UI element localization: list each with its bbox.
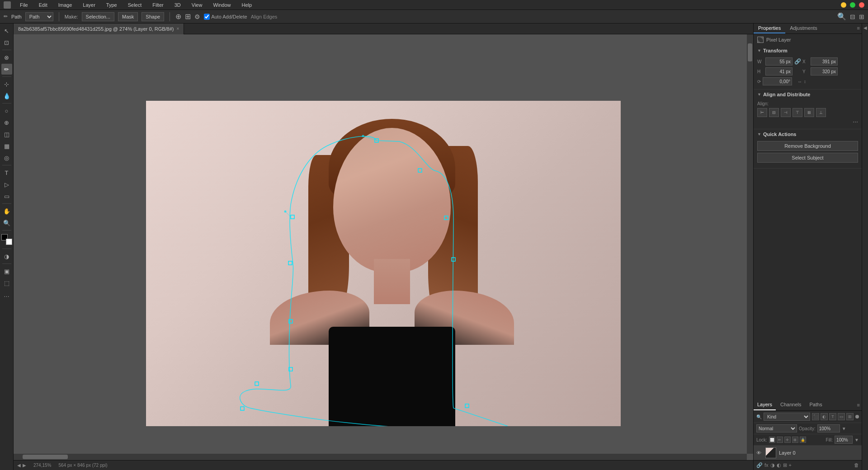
- new-group-icon[interactable]: ⊞: [783, 462, 787, 468]
- y-input[interactable]: [811, 67, 838, 75]
- next-nav[interactable]: ▶: [23, 463, 26, 468]
- close-button[interactable]: [859, 2, 864, 8]
- collapse-toggle[interactable]: ◀: [863, 25, 868, 30]
- brush-tool[interactable]: ○: [1, 105, 12, 116]
- path-dropdown[interactable]: Path Shape Pixels: [25, 12, 53, 21]
- auto-add-delete-label[interactable]: Auto Add/Delete: [204, 12, 247, 21]
- menu-select[interactable]: Select: [126, 1, 144, 9]
- layer-item[interactable]: 👁 Layer 0: [754, 446, 862, 460]
- align-left[interactable]: ⊢: [757, 108, 767, 117]
- text-tool[interactable]: T: [1, 167, 12, 178]
- minimize-button[interactable]: [841, 2, 846, 8]
- settings-icon[interactable]: ⚙: [194, 13, 200, 20]
- path-select-tool[interactable]: ▷: [1, 179, 12, 190]
- x-input[interactable]: [811, 57, 838, 66]
- eraser-tool[interactable]: ◫: [1, 129, 12, 140]
- menu-edit[interactable]: Edit: [37, 1, 49, 9]
- align-right[interactable]: ⊣: [781, 108, 791, 117]
- layer-style-icon[interactable]: fx: [764, 462, 769, 468]
- filter-toggle-dot[interactable]: [855, 415, 859, 418]
- menu-file[interactable]: File: [18, 1, 30, 9]
- filter-shape-icon[interactable]: ▭: [838, 413, 845, 420]
- eyedropper-tool[interactable]: 💧: [1, 90, 12, 101]
- move-tool[interactable]: ↖: [1, 25, 12, 36]
- layer-visibility-icon[interactable]: 👁: [756, 450, 763, 456]
- path-ops-icon[interactable]: ⊕: [175, 12, 181, 21]
- v-scroll-thumb[interactable]: [748, 43, 752, 61]
- tab-close-button[interactable]: ×: [177, 26, 179, 31]
- layers-tab[interactable]: Layers: [754, 400, 776, 410]
- hand-tool[interactable]: ✋: [1, 206, 12, 216]
- menu-filter[interactable]: Filter: [151, 1, 165, 9]
- tab-properties[interactable]: Properties: [754, 24, 785, 33]
- color-picker[interactable]: [1, 234, 12, 245]
- lock-pixels-icon[interactable]: ✏: [777, 437, 783, 443]
- remove-background-button[interactable]: Remove Background: [757, 141, 858, 151]
- opacity-arrow[interactable]: ▼: [842, 426, 846, 431]
- paths-tab[interactable]: Paths: [806, 400, 826, 410]
- select-subject-button[interactable]: Select Subject: [757, 153, 858, 163]
- panel-options-icon[interactable]: ≡: [855, 24, 862, 33]
- lock-artboard-icon[interactable]: ⊞: [792, 437, 798, 443]
- filter-type-select[interactable]: Kind: [764, 413, 810, 421]
- crop-tool[interactable]: ⊹: [1, 79, 12, 89]
- clone-tool[interactable]: ⊕: [1, 117, 12, 128]
- align-distribute-header[interactable]: ▼ Align and Distribute: [754, 89, 862, 99]
- screen-mode-tool[interactable]: ▣: [1, 266, 12, 277]
- lock-position-icon[interactable]: ✛: [784, 437, 791, 443]
- artboard-tool[interactable]: ⊡: [1, 37, 12, 48]
- h-scroll-thumb[interactable]: [23, 455, 68, 459]
- selection-button[interactable]: Selection...: [82, 12, 114, 21]
- flip-h-icon[interactable]: ↔: [797, 79, 802, 84]
- mask-button[interactable]: Mask: [118, 12, 138, 21]
- blend-mode-select[interactable]: Normal: [756, 424, 797, 432]
- canvas-viewport[interactable]: [14, 34, 753, 460]
- align-more-icon[interactable]: ⋯: [757, 119, 858, 125]
- filter-pixel-icon[interactable]: ⬛: [812, 413, 819, 420]
- quick-actions-header[interactable]: ▼ Quick Actions: [754, 129, 862, 139]
- lock-transparent-icon[interactable]: ⬜: [769, 437, 775, 443]
- horizontal-scrollbar[interactable]: [14, 454, 747, 460]
- flip-v-icon[interactable]: ↕: [804, 79, 806, 84]
- background-color[interactable]: [6, 239, 12, 245]
- menu-image[interactable]: Image: [57, 1, 74, 9]
- shape-button[interactable]: Shape: [142, 12, 164, 21]
- vertical-scrollbar[interactable]: [747, 34, 753, 454]
- arrange-icon[interactable]: ⊟: [850, 13, 855, 20]
- zoom-tool[interactable]: 🔍: [1, 217, 12, 228]
- search-icon[interactable]: 🔍: [837, 12, 846, 21]
- path-align-icon[interactable]: ⊞: [185, 12, 191, 21]
- menu-layer[interactable]: Layer: [81, 1, 97, 9]
- prev-nav[interactable]: ◀: [17, 463, 21, 468]
- lasso-tool[interactable]: ⊗: [1, 52, 12, 63]
- pen-tool[interactable]: ✏: [1, 64, 12, 75]
- gradient-tool[interactable]: ▦: [1, 141, 12, 151]
- angle-input[interactable]: [763, 77, 792, 85]
- auto-add-delete-checkbox[interactable]: [204, 12, 210, 21]
- filter-smart-icon[interactable]: ⊞: [846, 413, 854, 420]
- filter-type-icon[interactable]: T: [829, 413, 836, 420]
- more-tools[interactable]: …: [1, 289, 12, 300]
- document-tab[interactable]: 8a2b6385af57bbc85690fed48431d255.jpg @ 2…: [14, 24, 184, 34]
- fill-input[interactable]: [835, 436, 853, 444]
- menu-help[interactable]: Help: [240, 1, 254, 9]
- align-top[interactable]: ⊤: [793, 108, 802, 117]
- lock-all-icon[interactable]: 🔒: [800, 437, 806, 443]
- adjustment-layer-icon[interactable]: ◐: [777, 462, 781, 468]
- transform-header[interactable]: ▼ Transform: [754, 46, 862, 56]
- rectangle-tool[interactable]: ▭: [1, 191, 12, 202]
- menu-3d[interactable]: 3D: [173, 1, 183, 9]
- h-input[interactable]: [765, 67, 793, 75]
- menu-view[interactable]: View: [190, 1, 204, 9]
- layers-options-icon[interactable]: ≡: [855, 400, 862, 409]
- opacity-input[interactable]: [817, 424, 840, 432]
- w-input[interactable]: [765, 57, 793, 66]
- delete-layer-icon[interactable]: 🗑: [854, 462, 859, 468]
- expand-icon[interactable]: ⊞: [859, 13, 864, 20]
- blur-tool[interactable]: ◎: [1, 152, 12, 163]
- fill-arrow[interactable]: ▼: [854, 437, 859, 442]
- align-bottom[interactable]: ⊥: [816, 108, 826, 117]
- channels-tab[interactable]: Channels: [777, 400, 805, 410]
- tab-adjustments[interactable]: Adjustments: [785, 24, 822, 33]
- link-icon[interactable]: 🔗: [794, 58, 801, 65]
